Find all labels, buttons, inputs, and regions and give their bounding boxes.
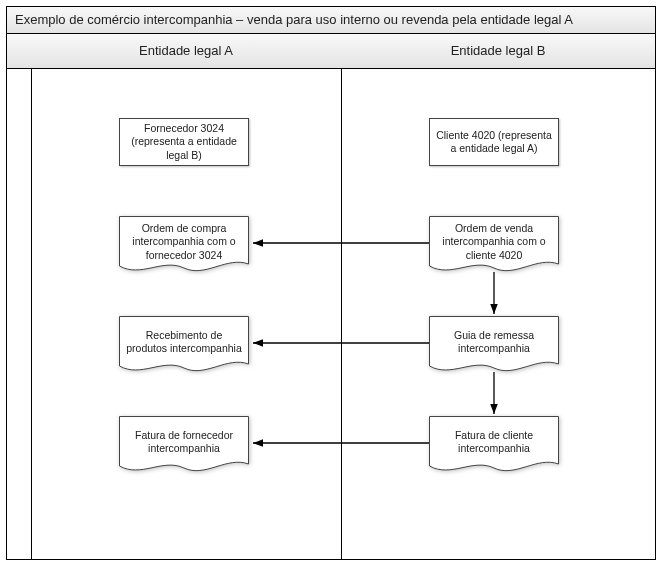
- node-label: Recebimento de produtos intercompanhia: [125, 320, 243, 364]
- node-intercompany-so: Ordem de venda intercompanhia com o clie…: [429, 216, 559, 274]
- node-label: Guia de remessa intercompanhia: [435, 320, 553, 364]
- node-supplier-3024: Fornecedor 3024 (representa a entidade l…: [119, 118, 249, 166]
- diagram-canvas: Fornecedor 3024 (representa a entidade l…: [31, 68, 655, 559]
- node-intercompany-po: Ordem de compra intercompanhia com o for…: [119, 216, 249, 274]
- node-label: Fornecedor 3024 (representa a entidade l…: [126, 122, 242, 161]
- swimlane-stub: [7, 34, 32, 559]
- node-label: Ordem de compra intercompanhia com o for…: [125, 220, 243, 264]
- node-customer-invoice: Fatura de cliente intercompanhia: [429, 416, 559, 474]
- lane-header-a: Entidade legal A: [31, 34, 342, 69]
- node-product-receipt: Recebimento de produtos intercompanhia: [119, 316, 249, 374]
- node-label: Ordem de venda intercompanhia com o clie…: [435, 220, 553, 264]
- node-label: Fatura de cliente intercompanhia: [435, 420, 553, 464]
- node-customer-4020: Cliente 4020 (representa a entidade lega…: [429, 118, 559, 166]
- node-vendor-invoice: Fatura de fornecedor intercompanhia: [119, 416, 249, 474]
- node-label: Fatura de fornecedor intercompanhia: [125, 420, 243, 464]
- lane-header-b: Entidade legal B: [341, 34, 655, 69]
- node-label: Cliente 4020 (representa a entidade lega…: [436, 129, 552, 155]
- diagram-title: Exemplo de comércio intercompanhia – ven…: [7, 7, 655, 34]
- node-packing-slip: Guia de remessa intercompanhia: [429, 316, 559, 374]
